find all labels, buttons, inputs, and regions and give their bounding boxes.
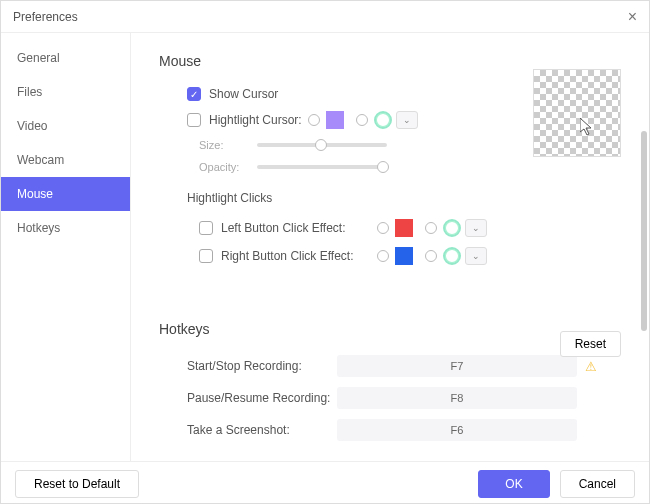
right-click-ring-swatch[interactable] xyxy=(443,247,461,265)
size-label: Size: xyxy=(199,139,247,151)
left-click-dropdown[interactable]: ⌄ xyxy=(465,219,487,237)
hotkey-pause-field[interactable]: F8 xyxy=(337,387,577,409)
left-click-label: Left Button Click Effect: xyxy=(221,221,371,235)
show-cursor-label: Show Cursor xyxy=(209,87,278,101)
right-click-checkbox[interactable] xyxy=(199,249,213,263)
mouse-section-title: Mouse xyxy=(159,53,621,69)
sidebar-item-general[interactable]: General xyxy=(1,41,130,75)
left-click-solid-radio[interactable] xyxy=(377,222,389,234)
highlight-ring-dropdown[interactable]: ⌄ xyxy=(396,111,418,129)
cursor-preview xyxy=(533,69,621,157)
opacity-slider[interactable] xyxy=(257,165,387,169)
size-slider[interactable] xyxy=(257,143,387,147)
scrollbar[interactable] xyxy=(641,41,647,461)
reset-default-button[interactable]: Reset to Default xyxy=(15,470,139,498)
window-title: Preferences xyxy=(13,10,78,24)
right-click-dropdown[interactable]: ⌄ xyxy=(465,247,487,265)
cursor-icon xyxy=(580,118,596,136)
reset-button[interactable]: Reset xyxy=(560,331,621,357)
highlight-solid-radio[interactable] xyxy=(308,114,320,126)
left-click-ring-swatch[interactable] xyxy=(443,219,461,237)
cancel-button[interactable]: Cancel xyxy=(560,470,635,498)
ok-button[interactable]: OK xyxy=(478,470,549,498)
left-click-swatch[interactable] xyxy=(395,219,413,237)
highlight-cursor-checkbox[interactable] xyxy=(187,113,201,127)
sidebar-item-files[interactable]: Files xyxy=(1,75,130,109)
sidebar: General Files Video Webcam Mouse Hotkeys xyxy=(1,33,131,461)
show-cursor-checkbox[interactable]: ✓ xyxy=(187,87,201,101)
opacity-slider-thumb[interactable] xyxy=(377,161,389,173)
left-click-ring-radio[interactable] xyxy=(425,222,437,234)
hotkey-start-label: Start/Stop Recording: xyxy=(187,359,337,373)
hotkey-pause-label: Pause/Resume Recording: xyxy=(187,391,337,405)
right-click-solid-radio[interactable] xyxy=(377,250,389,262)
highlight-clicks-title: Hightlight Clicks xyxy=(187,191,621,205)
sidebar-item-hotkeys[interactable]: Hotkeys xyxy=(1,211,130,245)
scrollbar-thumb[interactable] xyxy=(641,131,647,331)
sidebar-item-video[interactable]: Video xyxy=(1,109,130,143)
hotkey-start-field[interactable]: F7 xyxy=(337,355,577,377)
warning-icon: ⚠ xyxy=(585,359,597,374)
size-slider-thumb[interactable] xyxy=(315,139,327,151)
right-click-ring-radio[interactable] xyxy=(425,250,437,262)
hotkey-screenshot-label: Take a Screenshot: xyxy=(187,423,337,437)
right-click-label: Right Button Click Effect: xyxy=(221,249,371,263)
highlight-solid-swatch[interactable] xyxy=(326,111,344,129)
highlight-ring-swatch[interactable] xyxy=(374,111,392,129)
opacity-label: Opacity: xyxy=(199,161,247,173)
left-click-checkbox[interactable] xyxy=(199,221,213,235)
sidebar-item-mouse[interactable]: Mouse xyxy=(1,177,130,211)
highlight-cursor-label: Hightlight Cursor: xyxy=(209,113,302,127)
close-icon[interactable]: × xyxy=(628,8,637,26)
right-click-swatch[interactable] xyxy=(395,247,413,265)
content-panel: Mouse ✓ Show Cursor Hightlight Cursor: ⌄… xyxy=(131,33,649,461)
sidebar-item-webcam[interactable]: Webcam xyxy=(1,143,130,177)
highlight-ring-radio[interactable] xyxy=(356,114,368,126)
hotkeys-section-title: Hotkeys xyxy=(159,321,621,337)
hotkey-screenshot-field[interactable]: F6 xyxy=(337,419,577,441)
